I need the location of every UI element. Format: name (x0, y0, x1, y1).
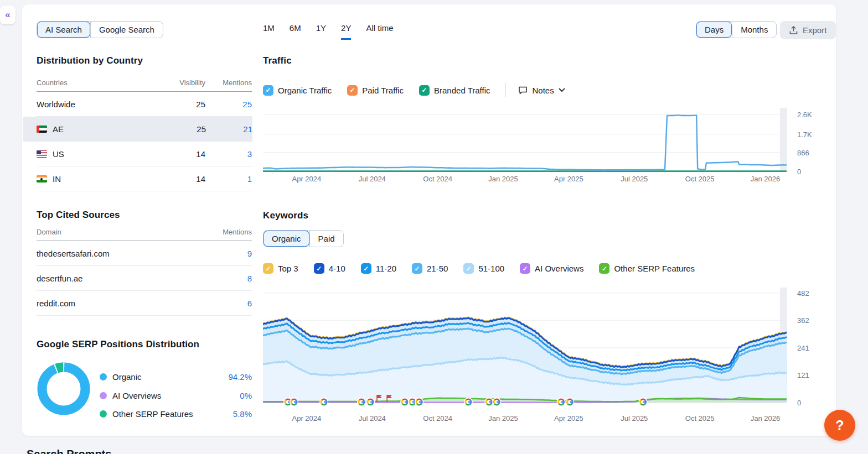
col-cited-mentions: Mentions (205, 228, 252, 236)
sidebar-collapse-button[interactable]: « (0, 6, 16, 24)
serp-distribution-title: Google SERP Positions Distribution (37, 339, 199, 350)
keyword-filter-top-3[interactable]: ✓Top 3 (263, 263, 298, 274)
x-axis-label: Jul 2024 (359, 175, 386, 183)
google-update-marker[interactable] (357, 398, 366, 406)
keywords-chart[interactable]: Apr 2024Jul 2024Oct 2024Jan 2025Apr 2025… (263, 288, 822, 425)
cited-table-header: Domain Mentions (37, 228, 252, 241)
traffic-chart[interactable]: Apr 2024Jul 2024Oct 2024Jan 2025Apr 2025… (263, 108, 822, 191)
google-update-marker[interactable] (639, 398, 648, 406)
country-row-us[interactable]: US143 (37, 142, 252, 166)
google-update-marker[interactable] (319, 398, 328, 406)
google-update-marker[interactable] (464, 398, 473, 406)
traffic-filter-branded-traffic[interactable]: ✓Branded Traffic (419, 85, 490, 96)
keywords-title: Keywords (263, 210, 308, 221)
keyword-filter-checkbox[interactable]: ✓ (520, 263, 530, 274)
cited-row-desertfun-ae[interactable]: desertfun.ae8 (37, 266, 252, 291)
mentions-value[interactable]: 21 (206, 124, 252, 134)
traffic-filter-paid-traffic[interactable]: ✓Paid Traffic (347, 85, 404, 96)
granularity-option-months[interactable]: Months (732, 22, 776, 38)
traffic-filter-label: Branded Traffic (434, 86, 490, 95)
keyword-filter-51-100[interactable]: ✓51-100 (463, 263, 504, 274)
domain-cell: reddit.com (37, 299, 205, 308)
legend-row-organic[interactable]: Organic94.2% (100, 372, 252, 382)
y-axis-label: 0 (797, 168, 801, 176)
y-axis-label: 0 (797, 399, 801, 407)
col-domain: Domain (37, 228, 205, 236)
keyword-filter-checkbox[interactable]: ✓ (599, 263, 609, 274)
google-update-marker[interactable] (400, 398, 409, 406)
range-tab-2y[interactable]: 2Y (341, 23, 351, 40)
mentions-value[interactable]: 25 (205, 100, 252, 109)
mentions-value[interactable]: 3 (205, 149, 252, 159)
legend-row-other-serp-features[interactable]: Other SERP Features5.8% (100, 409, 252, 419)
x-axis-label: Jul 2025 (621, 175, 648, 183)
keyword-filter-checkbox[interactable]: ✓ (361, 263, 371, 274)
keywords-type-option-organic[interactable]: Organic (264, 231, 309, 247)
export-label: Export (803, 25, 826, 35)
dashboard-card: AI SearchGoogle Search Distribution by C… (22, 4, 836, 436)
range-tab-all-time[interactable]: All time (366, 23, 393, 40)
y-axis-label: 241 (797, 344, 809, 352)
google-update-marker[interactable] (492, 398, 501, 406)
search-mode-toggle: AI SearchGoogle Search (37, 21, 163, 38)
google-update-marker[interactable] (366, 398, 375, 406)
country-row-worldwide[interactable]: Worldwide2525 (37, 92, 252, 117)
filters-divider (505, 83, 506, 97)
search-mode-option-ai-search[interactable]: AI Search (37, 22, 90, 38)
country-row-ae[interactable]: AE2521 (23, 117, 252, 142)
google-update-marker[interactable] (290, 398, 298, 406)
cited-row-thedesertsafari-com[interactable]: thedesertsafari.com9 (37, 241, 252, 266)
traffic-filter-checkbox[interactable]: ✓ (263, 85, 273, 96)
keywords-type-toggle: OrganicPaid (263, 230, 344, 247)
google-update-marker[interactable] (484, 398, 493, 406)
traffic-filter-checkbox[interactable]: ✓ (419, 85, 430, 96)
notes-button[interactable]: Notes (518, 86, 565, 95)
cited-mentions-value[interactable]: 9 (205, 249, 252, 258)
keyword-filter-21-50[interactable]: ✓21-50 (412, 263, 448, 274)
range-tab-1y[interactable]: 1Y (316, 23, 326, 40)
granularity-option-days[interactable]: Days (696, 22, 732, 38)
collapse-icon: « (5, 9, 10, 20)
google-update-marker[interactable] (565, 398, 574, 406)
google-update-marker[interactable] (557, 398, 566, 406)
keyword-filter-checkbox[interactable]: ✓ (463, 263, 474, 274)
y-axis-label: 866 (797, 149, 809, 157)
search-mode-option-google-search[interactable]: Google Search (90, 22, 163, 38)
export-button[interactable]: Export (780, 21, 836, 39)
distribution-title: Distribution by Country (37, 55, 143, 66)
keyword-filter-ai-overviews[interactable]: ✓AI Overviews (520, 263, 583, 274)
y-axis-label: 482 (797, 289, 809, 298)
keyword-filter-4-10[interactable]: ✓4-10 (314, 263, 345, 274)
country-cell: US (37, 149, 167, 159)
keyword-filter-checkbox[interactable]: ✓ (263, 263, 273, 274)
cited-mentions-value[interactable]: 8 (205, 274, 252, 283)
keyword-filter-label: AI Overviews (535, 264, 583, 273)
keyword-filter-checkbox[interactable]: ✓ (412, 263, 422, 274)
domain-cell: thedesertsafari.com (37, 249, 205, 258)
range-tab-6m[interactable]: 6M (290, 23, 301, 40)
serp-donut-chart[interactable] (36, 361, 91, 416)
keyword-filter-11-20[interactable]: ✓11-20 (361, 263, 396, 274)
keyword-filter-checkbox[interactable]: ✓ (314, 263, 324, 274)
legend-dot-icon (100, 373, 107, 380)
x-axis-label: Apr 2025 (554, 175, 583, 183)
help-button[interactable]: ? (824, 410, 855, 441)
legend-row-ai-overviews[interactable]: AI Overviews0% (100, 391, 252, 400)
legend-label: Organic (112, 372, 228, 382)
traffic-filter-checkbox[interactable]: ✓ (347, 85, 358, 96)
cited-row-reddit-com[interactable]: reddit.com6 (37, 291, 252, 316)
traffic-filter-organic-traffic[interactable]: ✓Organic Traffic (263, 85, 332, 96)
granularity: DaysMonths (696, 21, 777, 38)
keyword-filter-other-serp-features[interactable]: ✓Other SERP Features (599, 263, 695, 274)
keywords-type-option-paid[interactable]: Paid (309, 231, 343, 247)
y-axis-label: 121 (797, 371, 809, 379)
cited-mentions-value[interactable]: 6 (205, 299, 252, 308)
mentions-value[interactable]: 1 (205, 174, 252, 184)
country-row-in[interactable]: IN141 (37, 166, 252, 191)
keywords-type: OrganicPaid (263, 230, 344, 247)
keyword-filter-label: 51-100 (478, 264, 504, 273)
country-name: Worldwide (37, 100, 75, 109)
range-tab-1m[interactable]: 1M (263, 23, 275, 40)
google-update-marker[interactable] (415, 398, 423, 406)
keyword-filter-label: Other SERP Features (614, 264, 695, 273)
